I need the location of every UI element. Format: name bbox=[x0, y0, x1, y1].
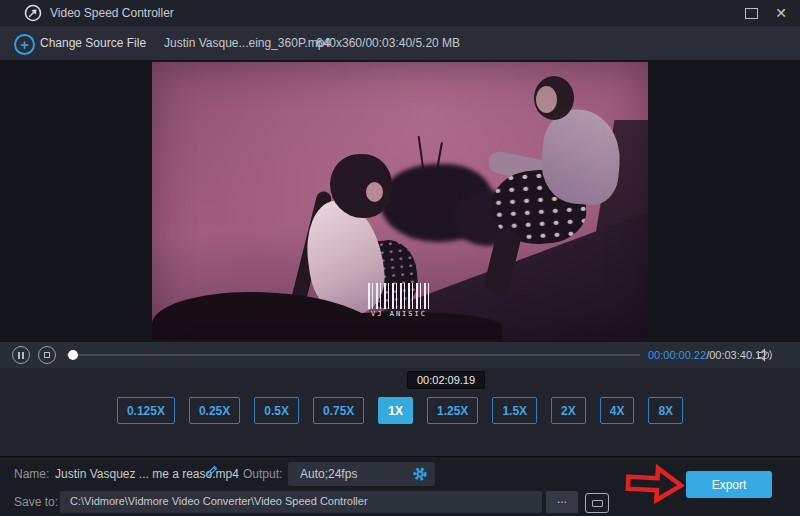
add-source-icon[interactable]: + bbox=[14, 34, 35, 55]
speed-button-1x[interactable]: 1X bbox=[378, 397, 413, 424]
speed-button-075x[interactable]: 0.75X bbox=[313, 397, 364, 424]
current-time: 00:00:00.22 bbox=[648, 349, 706, 361]
edit-name-icon[interactable] bbox=[204, 464, 219, 483]
speed-button-2x[interactable]: 2X bbox=[551, 397, 586, 424]
video-speed-controller-window: Video Speed Controller ✕ + Change Source… bbox=[0, 0, 800, 516]
volume-icon[interactable] bbox=[757, 348, 773, 366]
change-source-file-button[interactable]: Change Source File bbox=[40, 36, 146, 50]
export-button[interactable]: Export bbox=[686, 471, 772, 498]
annotation-arrow-icon bbox=[623, 461, 685, 510]
speed-button-0125x[interactable]: 0.125X bbox=[117, 397, 175, 424]
output-format-select[interactable]: Auto;24fps bbox=[288, 462, 435, 486]
seek-position-tooltip: 00:02:09.19 bbox=[407, 371, 485, 389]
video-preview: VJ ANISIC bbox=[152, 62, 648, 340]
speedometer-app-icon bbox=[24, 4, 42, 22]
save-to-label: Save to: bbox=[14, 495, 58, 509]
seek-slider[interactable] bbox=[66, 342, 640, 368]
preview-stage: VJ ANISIC bbox=[0, 61, 800, 342]
pause-button[interactable] bbox=[12, 346, 30, 364]
title-bar: Video Speed Controller ✕ bbox=[0, 0, 800, 26]
close-button[interactable]: ✕ bbox=[766, 0, 796, 26]
playback-bar: 00:00:00.22/00:03:40.12 bbox=[0, 342, 800, 368]
source-file-info: 640x360/00:03:40/5.20 MB bbox=[316, 36, 460, 50]
output-panel: Name: Justin Vasquez ... me a reaso.mp4 … bbox=[0, 456, 800, 516]
maximize-icon bbox=[745, 8, 758, 19]
source-toolbar: + Change Source File Justin Vasque...ein… bbox=[0, 26, 800, 61]
speed-button-125x[interactable]: 1.25X bbox=[427, 397, 478, 424]
open-folder-icon[interactable] bbox=[585, 493, 609, 513]
seek-track[interactable] bbox=[66, 354, 640, 356]
output-format-value: Auto;24fps bbox=[300, 467, 357, 481]
save-path-field[interactable]: C:\Vidmore\Vidmore Video Converter\Video… bbox=[60, 491, 542, 513]
browse-button[interactable]: ... bbox=[546, 491, 578, 513]
speed-button-05x[interactable]: 0.5X bbox=[254, 397, 299, 424]
stop-icon bbox=[44, 352, 50, 358]
seek-thumb[interactable] bbox=[68, 350, 78, 360]
output-label: Output: bbox=[243, 467, 282, 481]
speed-button-15x[interactable]: 1.5X bbox=[492, 397, 537, 424]
speed-button-4x[interactable]: 4X bbox=[600, 397, 635, 424]
maximize-button[interactable] bbox=[736, 0, 766, 26]
time-display: 00:00:00.22/00:03:40.12 bbox=[648, 342, 767, 368]
speed-options-row: 0.125X 0.25X 0.5X 0.75X 1X 1.25X 1.5X 2X… bbox=[0, 397, 800, 424]
window-title: Video Speed Controller bbox=[50, 6, 174, 20]
name-label: Name: bbox=[14, 467, 49, 481]
source-file-name: Justin Vasque...eing_360P.mp4 bbox=[164, 36, 331, 50]
gear-icon[interactable] bbox=[412, 466, 428, 486]
speed-section: 00:02:09.19 0.125X 0.25X 0.5X 0.75X 1X 1… bbox=[0, 368, 800, 456]
stop-button[interactable] bbox=[38, 346, 56, 364]
speed-button-025x[interactable]: 0.25X bbox=[189, 397, 240, 424]
save-path-value: C:\Vidmore\Vidmore Video Converter\Video… bbox=[70, 495, 368, 507]
vignette-overlay bbox=[152, 62, 648, 340]
speed-button-8x[interactable]: 8X bbox=[648, 397, 683, 424]
close-icon: ✕ bbox=[775, 6, 787, 20]
pause-icon bbox=[18, 352, 20, 359]
